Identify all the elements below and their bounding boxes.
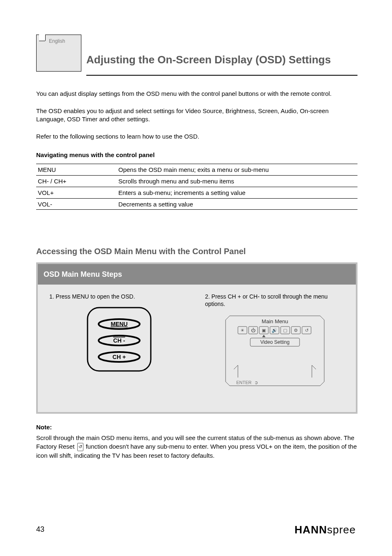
- remote-menu-label: MENU: [111, 321, 127, 327]
- note-heading: Note:: [36, 424, 52, 431]
- brand-logo: HANNspree: [295, 524, 356, 536]
- osd-title: Main Menu: [261, 318, 288, 324]
- factory-reset-icon: ↺: [77, 443, 83, 451]
- table-row: VOL- Decrements a setting value: [36, 198, 357, 210]
- section-title: Adjusting the On-Screen Display (OSD) Se…: [86, 53, 331, 66]
- svg-line-6: [320, 382, 324, 386]
- osd-screen-illustration: Main Menu ☀ ⏻ ▣: [221, 312, 328, 394]
- title-rule: [86, 75, 357, 76]
- remote-chminus-label: CH -: [113, 337, 125, 344]
- intro-paragraph-2: The OSD enables you to adjust and select…: [36, 107, 357, 124]
- remote-chplus-label: CH +: [112, 354, 125, 360]
- logo-light: spree: [327, 524, 356, 536]
- language-label: English: [49, 38, 65, 44]
- table-row: MENU Opens the OSD main menu; exits a me…: [36, 164, 357, 175]
- table-cell-desc: Enters a sub-menu; increments a setting …: [118, 189, 357, 196]
- picture-icon: ▣: [262, 328, 266, 333]
- panel-col-2: 2. Press CH + or CH- to scroll through t…: [205, 293, 344, 394]
- panel-body: 1. Press MENU to open the OSD. MENU CH -: [38, 285, 356, 412]
- svg-line-8: [234, 365, 238, 369]
- page-number: 43: [36, 525, 44, 534]
- intro-paragraph-1: You can adjust display settings from the…: [36, 90, 357, 98]
- svg-line-5: [320, 316, 324, 320]
- note-text: Scroll through the main OSD menu items, …: [36, 433, 357, 460]
- logo-bold: HANN: [295, 524, 327, 536]
- intro-paragraph-3: Refer to the following sections to learn…: [36, 132, 357, 141]
- language-tab: English: [36, 35, 81, 72]
- enter-arrow-icon: ➲: [254, 380, 258, 385]
- svg-line-4: [226, 316, 230, 320]
- panel-col-1: 1. Press MENU to open the OSD. MENU CH -: [49, 293, 189, 394]
- screen-icon: ▢: [283, 328, 287, 333]
- step-1-text: 1. Press MENU to open the OSD.: [49, 293, 189, 300]
- nav-table: MENU Opens the OSD main menu; exits a me…: [36, 164, 357, 210]
- power-icon: ⏻: [251, 328, 255, 333]
- table-cell-btn: MENU: [36, 166, 118, 173]
- osd-enter-label: ENTER: [236, 380, 251, 385]
- panel-titlebar: OSD Main Menu Steps: [38, 264, 356, 285]
- table-cell-desc: Scrolls through menu and sub-menu items: [118, 178, 357, 185]
- table-cell-btn: VOL-: [36, 201, 118, 208]
- settings-icon: ⚙: [294, 328, 298, 333]
- steps-panel: OSD Main Menu Steps 1. Press MENU to ope…: [36, 262, 357, 414]
- selection-arrow-icon: [262, 335, 265, 337]
- osd-sub-label: Video Setting: [260, 339, 289, 345]
- note-after: function doesn't have any sub-menu to en…: [36, 443, 357, 459]
- table-row: VOL+ Enters a sub-menu; increments a set…: [36, 187, 357, 198]
- reset-icon: ↺: [304, 328, 308, 333]
- control-panel-illustration: MENU CH - CH +: [84, 304, 154, 374]
- tab-notch: [39, 35, 45, 41]
- nav-subheading: Navigating menus with the control panel: [36, 151, 154, 158]
- table-cell-btn: CH- / CH+: [36, 178, 118, 185]
- table-row: CH- / CH+ Scrolls through menu and sub-m…: [36, 175, 357, 187]
- brightness-icon: ☀: [240, 328, 244, 333]
- audio-icon: 🔊: [272, 327, 277, 333]
- svg-line-9: [312, 365, 316, 369]
- table-cell-desc: Opens the OSD main menu; exits a menu or…: [118, 166, 357, 173]
- panel-heading: Accessing the OSD Main Menu with the Con…: [36, 247, 246, 256]
- table-cell-desc: Decrements a setting value: [118, 201, 357, 208]
- table-cell-btn: VOL+: [36, 189, 118, 196]
- step-2-text: 2. Press CH + or CH- to scroll through t…: [205, 293, 344, 308]
- svg-line-7: [226, 382, 230, 386]
